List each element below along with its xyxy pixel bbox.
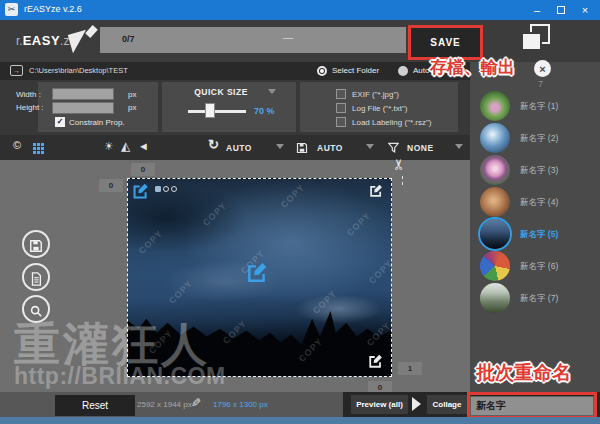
crop-canvas: 0 0 ✂ COPY COPY COPY COPY COPY COPY COPY… [0,160,470,392]
batch-rename-input[interactable] [470,396,594,416]
thumbnail-image[interactable] [480,219,510,249]
reset-button[interactable]: Reset [55,395,135,416]
folder-path[interactable]: C:\Users\brian\Desktop\TEST [29,66,128,75]
height-label: Height : [16,103,44,112]
minimize-button[interactable]: – [526,0,548,20]
save-single-button[interactable] [22,230,50,258]
select-folder-label: Select Folder [332,66,379,75]
resize-mode-value[interactable]: AUTO [317,143,343,153]
file-list-item-6[interactable]: 新名字 (6) [478,251,598,282]
quick-size-label[interactable]: QUICK SIZE [162,87,280,97]
file-list-item-5-selected[interactable]: 新名字 (5) [478,219,598,250]
thumbnail-image[interactable] [480,123,510,153]
original-size-value: 2592 x 1944 px [137,400,192,409]
annotation-save-export: 存檔、輸出 [430,56,515,79]
thumbnail-label: 新名字 (4) [520,197,558,209]
maximize-icon [557,6,565,14]
filter-mode-value[interactable]: NONE [407,143,434,153]
select-folder-radio[interactable] [317,66,327,76]
collage-button[interactable]: Collage [427,395,467,414]
photo-preview[interactable]: COPY COPY COPY COPY COPY COPY COPY COPY … [127,178,392,377]
constrain-checkbox[interactable]: ✓ [55,117,65,127]
quick-size-percent: 70 % [254,106,275,116]
rotate-dropdown-chevron-icon[interactable] [276,144,284,149]
crop-cutline [402,176,403,185]
thumbnail-image[interactable] [480,283,510,313]
title-bar: ✂ rEASYze v.2.6 – × [0,0,600,20]
brightness-icon[interactable]: ☀ [104,140,114,153]
preview-all-button[interactable]: Preview (all) [351,395,408,414]
file-list-item-7[interactable]: 新名字 (7) [478,283,598,314]
bottom-bar: Reset 2592 x 1944 px ✎ 1796 x 1300 px Pr… [0,392,600,417]
file-info-button[interactable] [22,263,50,291]
crop-edit-icon-topleft[interactable] [132,183,148,199]
filter-dropdown-chevron-icon[interactable] [455,144,463,149]
height-input[interactable] [52,102,114,114]
crop-offset-top: 0 [131,163,155,176]
crop-edit-icon-bottomright[interactable] [368,354,384,370]
constrain-label: Constrain Prop. [69,118,125,127]
save-button[interactable]: SAVE [411,28,480,57]
quick-size-panel: QUICK SIZE 70 % [162,82,296,132]
thumbnail-label: 新名字 (6) [520,261,558,273]
annotation-batch-rename: 批次重命名 [476,360,571,386]
crop-offset-left: 0 [99,179,123,192]
file-list-item-4[interactable]: 新名字 (4) [478,187,598,218]
progress-count: 0/7 [122,34,135,44]
save-annotation-box: SAVE [408,25,483,60]
output-options-panel: EXIF ("*.jpg") Log File ("*.txt") Load L… [300,82,458,132]
thumbnail-image[interactable] [480,251,510,281]
progress-bar: 0/7 — [100,27,406,53]
rename-annotation-box [467,392,597,418]
app-icon: ✂ [5,3,18,16]
new-size-value: 1796 x 1300 px [213,400,268,409]
resize-pencil-icon: ✎ [191,396,201,410]
resize-dropdown-chevron-icon[interactable] [366,144,374,149]
file-count: 7 [538,79,543,89]
edit-toolbar: © ☀ ◭ ◄ ↻ AUTO AUTO NONE [0,135,470,160]
next-arrow-icon[interactable] [412,397,421,411]
file-list-item-1[interactable]: 新名字 (1) [478,91,598,122]
exif-checkbox[interactable] [336,89,346,99]
crop-edit-icon-topright[interactable] [369,184,385,200]
open-folder-button[interactable] [521,24,557,55]
crop-edit-icon-center[interactable] [246,262,262,278]
flip-horizontal-icon[interactable]: ◭ [121,139,130,153]
settings-band: Width : px Height : px ✓ Constrain Prop.… [0,80,470,135]
flip-vertical-icon[interactable]: ◄ [138,140,149,152]
file-list-item-3[interactable]: 新名字 (3) [478,155,598,186]
clear-list-button[interactable]: × [534,60,551,77]
thumbnail-image[interactable] [480,187,510,217]
folder-front-icon [521,32,542,51]
save-format-icon [296,140,308,158]
grid-icon[interactable] [33,143,36,146]
thumbnail-label: 新名字 (5) [520,229,558,241]
maximize-button[interactable] [550,0,572,20]
rotate-mode-value[interactable]: AUTO [226,143,252,153]
window-bottom-accent [0,417,600,424]
close-button[interactable]: × [574,0,596,20]
copyright-stamp-icon[interactable]: © [13,139,21,151]
quick-size-slider-handle[interactable] [205,103,215,118]
thumbnail-label: 新名字 (1) [520,101,558,113]
logfile-checkbox[interactable] [336,103,346,113]
quick-size-chevron-icon[interactable] [268,89,276,94]
width-label: Width : [16,90,41,99]
crop-scissors-icon[interactable]: ✂ [390,158,408,171]
width-input[interactable] [52,88,114,100]
width-px-label: px [128,90,136,99]
file-list-item-2[interactable]: 新名字 (2) [478,123,598,154]
zoom-preview-button[interactable] [22,295,50,323]
auto-folder-radio[interactable] [398,66,408,76]
floppy-icon [29,239,43,253]
rotate-icon[interactable]: ↻ [208,137,219,152]
thumbnail-image[interactable] [480,155,510,185]
logfile-label: Log File ("*.txt") [352,104,407,113]
crop-offset-right: 1 [398,362,422,375]
load-labeling-label: Load Labeling ("*.rsz") [352,118,432,127]
quick-size-slider-track[interactable] [188,110,246,113]
document-icon [29,272,43,286]
load-labeling-checkbox[interactable] [336,117,346,127]
thumbnail-image[interactable] [480,91,510,121]
thumbnail-label: 新名字 (2) [520,133,558,145]
